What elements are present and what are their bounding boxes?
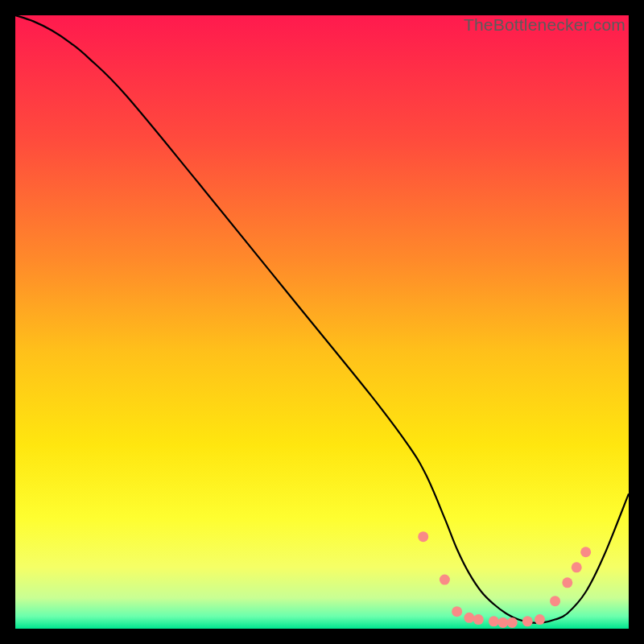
chart-background <box>15 15 629 629</box>
highlight-dot <box>580 547 591 557</box>
highlight-dot <box>473 614 484 625</box>
highlight-dot <box>464 613 474 623</box>
chart-frame: TheBottlenecker.com <box>15 15 629 629</box>
highlight-dot <box>497 617 508 628</box>
highlight-dot <box>418 531 428 542</box>
highlight-dot <box>489 616 499 626</box>
highlight-dot <box>522 616 533 626</box>
highlight-dot <box>562 577 572 588</box>
bottleneck-chart <box>15 15 629 629</box>
watermark-text: TheBottlenecker.com <box>464 15 625 35</box>
highlight-dot <box>535 614 545 625</box>
highlight-dot <box>452 606 462 617</box>
highlight-dot <box>550 596 560 606</box>
highlight-dot <box>440 575 450 585</box>
highlight-dot <box>572 562 582 572</box>
highlight-dot <box>507 617 518 628</box>
